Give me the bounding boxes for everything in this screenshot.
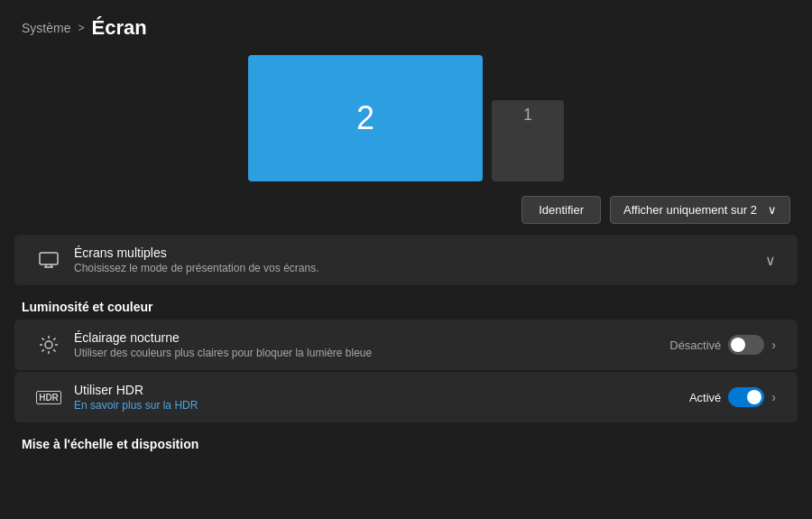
- expand-chevron-icon: ∨: [765, 252, 776, 269]
- display-select-chevron: ∨: [768, 203, 777, 217]
- night-light-chevron-icon: ›: [771, 338, 776, 352]
- hdr-badge: HDR: [36, 391, 61, 404]
- svg-rect-0: [40, 253, 58, 264]
- multiple-screens-row[interactable]: Écrans multiples Choisissez le mode de p…: [14, 235, 798, 285]
- night-light-toggle[interactable]: [728, 335, 764, 355]
- hdr-text: Utiliser HDR En savoir plus sur la HDR: [74, 383, 677, 412]
- scale-layout-heading: Mise à l'échelle et disposition: [0, 424, 812, 455]
- brightness-heading: Luminosité et couleur: [0, 287, 812, 320]
- identify-button[interactable]: Identifier: [521, 196, 601, 224]
- display-select[interactable]: Afficher uniquement sur 2 ∨: [610, 196, 790, 224]
- svg-line-12: [42, 349, 44, 351]
- multiple-screens-title: Écrans multiples: [74, 246, 752, 260]
- sun-icon: [36, 335, 61, 355]
- monitor-area: 2 1: [0, 49, 812, 189]
- svg-point-4: [45, 341, 52, 348]
- hdr-chevron-icon: ›: [771, 390, 776, 404]
- svg-line-10: [53, 349, 55, 351]
- night-light-subtitle: Utiliser des couleurs plus claires pour …: [74, 347, 657, 359]
- monitor-active[interactable]: 2: [248, 55, 483, 181]
- breadcrumb-system[interactable]: Système: [22, 21, 70, 35]
- monitor-secondary-number: 1: [523, 106, 532, 125]
- night-light-right: Désactivé ›: [669, 335, 776, 355]
- hdr-right: Activé ›: [689, 387, 776, 407]
- monitor-active-number: 2: [356, 99, 374, 137]
- night-light-row[interactable]: Éclairage nocturne Utiliser des couleurs…: [14, 320, 798, 370]
- night-light-text: Éclairage nocturne Utiliser des couleurs…: [74, 330, 657, 359]
- controls-row: Identifier Afficher uniquement sur 2 ∨: [0, 189, 812, 235]
- night-light-status: Désactivé: [669, 338, 721, 352]
- multiple-screens-right: ∨: [765, 252, 776, 269]
- hdr-icon: HDR: [36, 387, 61, 407]
- breadcrumb-separator: >: [78, 22, 84, 34]
- multiple-screens-subtitle: Choisissez le mode de présentation de vo…: [74, 262, 752, 274]
- hdr-row[interactable]: HDR Utiliser HDR En savoir plus sur la H…: [14, 372, 798, 422]
- monitor-icon: [36, 250, 61, 270]
- display-select-label: Afficher uniquement sur 2: [623, 203, 757, 217]
- hdr-title: Utiliser HDR: [74, 383, 677, 397]
- night-light-title: Éclairage nocturne: [74, 330, 657, 345]
- hdr-toggle[interactable]: [728, 387, 764, 407]
- breadcrumb-current: Écran: [91, 16, 146, 40]
- hdr-status: Activé: [689, 391, 721, 404]
- svg-line-11: [53, 338, 55, 340]
- breadcrumb: Système > Écran: [0, 0, 812, 49]
- multiple-screens-text: Écrans multiples Choisissez le mode de p…: [74, 246, 752, 274]
- hdr-link[interactable]: En savoir plus sur la HDR: [74, 399, 677, 412]
- monitor-secondary[interactable]: 1: [492, 100, 564, 181]
- svg-line-9: [42, 338, 44, 340]
